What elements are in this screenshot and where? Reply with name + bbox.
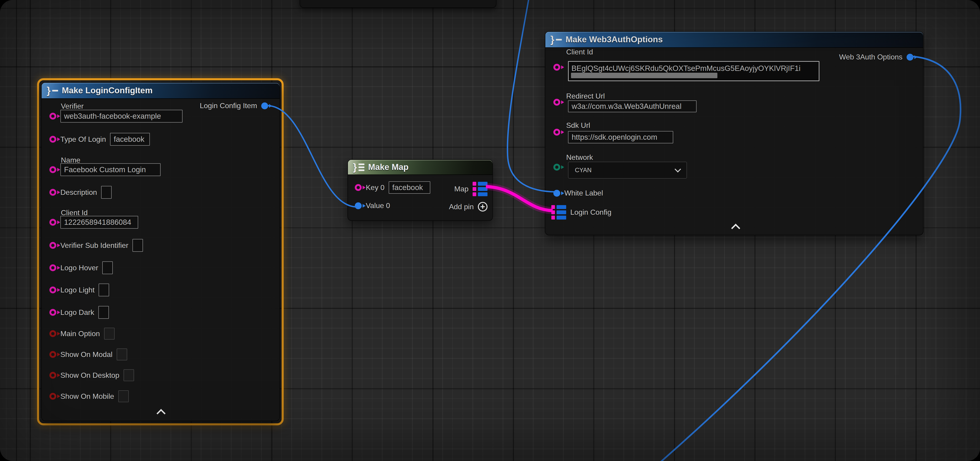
- output-pin-row: Login Config Item: [200, 102, 268, 110]
- input-pin-client-id[interactable]: [49, 219, 56, 226]
- graph-canvas[interactable]: } Make LoginConfigItem Login Config Item…: [0, 0, 980, 461]
- logo-hover-input[interactable]: [102, 261, 113, 274]
- output-pin-map[interactable]: [473, 182, 487, 196]
- sdk-url-input[interactable]: https://sdk.openlogin.com: [568, 131, 673, 143]
- verifier-sub-identifier-input[interactable]: [132, 239, 143, 252]
- redirect-url-input[interactable]: w3a://com.w3a.Web3AuthUnreal: [568, 100, 697, 112]
- field-row-logo-light: Logo Light: [49, 283, 109, 296]
- input-pin-login-config[interactable]: [551, 205, 566, 219]
- partial-node[interactable]: [300, 0, 496, 8]
- field-row-client-id: 1222658941886084: [49, 216, 138, 229]
- field-row-show-on-desktop: Show On Desktop: [49, 369, 134, 381]
- make-struct-icon: }: [47, 86, 58, 95]
- input-pin-verifier[interactable]: [49, 113, 56, 119]
- node-header[interactable]: } Make LoginConfigItem: [41, 83, 280, 99]
- name-input[interactable]: Facebook Custom Login: [60, 163, 161, 176]
- input-pin-client-id[interactable]: [554, 64, 560, 71]
- node-header[interactable]: } Make Map: [348, 160, 493, 175]
- field-row-logo-hover: Logo Hover: [49, 261, 113, 274]
- input-pin-description[interactable]: [49, 189, 56, 196]
- input-pin-name[interactable]: [49, 166, 56, 173]
- field-row-show-on-modal: Show On Modal: [49, 348, 127, 360]
- field-row-redirect-url: w3a://com.w3a.Web3AuthUnreal: [568, 100, 697, 112]
- collapse-chevron-icon[interactable]: [731, 224, 740, 233]
- show-on-mobile-checkbox[interactable]: [118, 390, 129, 402]
- input-pin-show-on-modal[interactable]: [49, 351, 56, 358]
- input-pin-sdk-url[interactable]: [554, 129, 560, 136]
- input-pin-logo-light[interactable]: [49, 286, 56, 293]
- add-pin-row: Add pin +: [449, 202, 487, 211]
- field-row-show-on-mobile: Show On Mobile: [49, 390, 129, 402]
- node-title: Make Web3AuthOptions: [565, 35, 663, 45]
- input-pin-key0[interactable]: [355, 184, 362, 191]
- show-on-desktop-checkbox[interactable]: [124, 369, 134, 381]
- field-row-white-label: White Label: [554, 189, 603, 197]
- input-pin-logo-hover[interactable]: [49, 264, 56, 271]
- network-dropdown[interactable]: CYAN: [568, 162, 687, 179]
- logo-light-input[interactable]: [99, 283, 109, 296]
- add-pin-button[interactable]: +: [478, 202, 487, 211]
- network-dropdown-value: CYAN: [575, 167, 592, 174]
- output-pin-row: Web 3Auth Options: [839, 53, 913, 61]
- output-pin-label: Login Config Item: [200, 102, 257, 110]
- node-title: Make Map: [368, 162, 409, 172]
- node-header[interactable]: } Make Web3AuthOptions: [546, 32, 923, 48]
- collapse-chevron-icon[interactable]: [156, 409, 165, 418]
- key0-input[interactable]: facebook: [389, 181, 430, 194]
- client-id-input[interactable]: 1222658941886084: [60, 216, 138, 229]
- make-struct-icon: }: [550, 35, 562, 44]
- field-row-value0: Value 0: [355, 202, 390, 210]
- node-make-loginconfigitem[interactable]: } Make LoginConfigItem Login Config Item…: [41, 82, 280, 421]
- chevron-down-icon: [675, 166, 681, 172]
- field-label: Network: [566, 153, 593, 162]
- input-pin-main-option[interactable]: [49, 330, 56, 337]
- node-make-web3authoptions[interactable]: } Make Web3AuthOptions Web 3Auth Options…: [545, 31, 923, 235]
- field-label: Verifier: [61, 102, 84, 110]
- input-pin-value0[interactable]: [355, 202, 362, 209]
- field-row-verifier: web3auth-facebook-example: [49, 110, 183, 122]
- main-option-checkbox[interactable]: [104, 328, 115, 340]
- field-row-login-config: Login Config: [551, 205, 611, 219]
- field-label: Redirect Url: [566, 92, 605, 100]
- field-row-logo-dark: Logo Dark: [49, 306, 109, 319]
- input-pin-show-on-desktop[interactable]: [49, 372, 56, 379]
- field-row-sdk-url: https://sdk.openlogin.com: [568, 131, 673, 143]
- input-pin-network[interactable]: [554, 164, 560, 170]
- output-pin-label: Web 3Auth Options: [839, 53, 902, 61]
- add-pin-label: Add pin: [449, 203, 474, 211]
- logo-dark-input[interactable]: [99, 306, 109, 319]
- client-id-scrollbar[interactable]: [571, 73, 718, 78]
- input-pin-white-label[interactable]: [554, 190, 560, 197]
- field-row-verifier-sub-identifier: Verifier Sub Identifier: [49, 239, 143, 252]
- client-id-input[interactable]: BEglQSgt4cUWcj6SKRdu5QkOXTsePmMcusG5EAoy…: [568, 61, 819, 81]
- input-pin-type-of-login[interactable]: [49, 136, 56, 143]
- input-pin-logo-dark[interactable]: [49, 309, 56, 316]
- field-row-type-of-login: Type Of Login facebook: [49, 133, 150, 146]
- input-pin-redirect-url[interactable]: [554, 99, 560, 106]
- verifier-input[interactable]: web3auth-facebook-example: [60, 110, 183, 122]
- output-pin-row-map: Map: [454, 182, 487, 196]
- field-label: Client Id: [566, 48, 593, 56]
- input-pin-verifier-sub-identifier[interactable]: [49, 242, 56, 249]
- field-row-main-option: Main Option: [49, 328, 115, 340]
- make-map-icon: }: [353, 162, 364, 172]
- field-row-description: Description: [49, 186, 111, 199]
- description-input[interactable]: [101, 186, 111, 199]
- node-title: Make LoginConfigItem: [62, 86, 153, 95]
- field-row-name: Facebook Custom Login: [49, 163, 161, 176]
- field-label: Sdk Url: [566, 121, 590, 130]
- show-on-modal-checkbox[interactable]: [117, 348, 127, 360]
- field-row-key0: Key 0 facebook: [355, 181, 430, 194]
- type-of-login-input[interactable]: facebook: [110, 133, 150, 146]
- input-pin-show-on-mobile[interactable]: [49, 393, 56, 400]
- node-make-map[interactable]: } Make Map Key 0 facebook Map Value 0 Ad…: [347, 159, 493, 221]
